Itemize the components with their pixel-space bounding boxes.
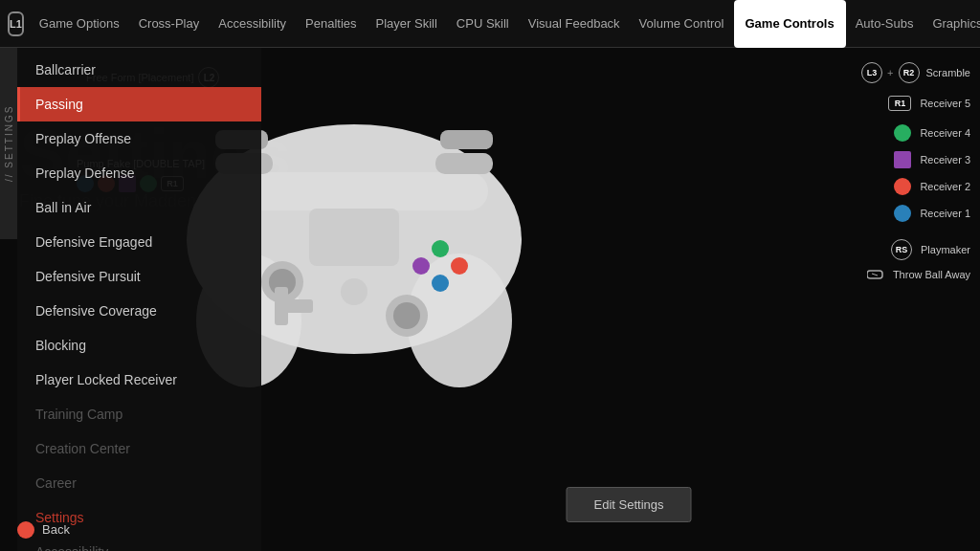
back-bar: Back [17,508,70,551]
nav-item-game-controls[interactable]: Game Controls [734,0,846,48]
l1-badge: L1 [8,11,24,36]
sidebar-item-preplay-offense[interactable]: Preplay Offense [17,121,261,156]
nav-item-crossplay[interactable]: Cross-Play [129,0,210,48]
sidebar-menu: Ballcarrier Passing Preplay Offense Prep… [17,48,261,551]
sidebar-item-defensive-pursuit[interactable]: Defensive Pursuit [17,259,261,294]
svg-rect-6 [435,153,493,174]
edit-settings-button[interactable]: Edit Settings [567,487,692,522]
sidebar-item-defensive-coverage[interactable]: Defensive Coverage [17,294,261,328]
sidebar-item-passing[interactable]: Passing [17,87,261,121]
nav-item-player-skill[interactable]: Player Skill [367,0,447,48]
back-circle-icon [17,521,34,539]
svg-point-16 [432,240,449,257]
nav-item-cpu-skill[interactable]: CPU Skill [447,0,519,48]
settings-vertical-label: // SETTINGS [0,48,17,239]
label-receiver4: Receiver 4 [894,124,970,142]
nav-bar: L1 Game Options Cross-Play Accessibility… [0,0,980,48]
label-throw-ball-away: Throw Ball Away [867,268,970,281]
sidebar-item-career[interactable]: Career [17,466,261,500]
svg-point-19 [432,275,449,292]
sidebar-item-training-camp[interactable]: Training Camp [17,397,261,431]
nav-item-accessibility[interactable]: Accessibility [209,0,296,48]
rs-badge: RS [891,239,912,260]
svg-point-13 [393,302,420,329]
nav-item-penalties[interactable]: Penalties [296,0,366,48]
nav-item-game-options[interactable]: Game Options [30,0,129,48]
svg-point-9 [341,278,368,305]
svg-rect-7 [440,130,493,149]
back-label: Back [42,522,70,537]
label-receiver5: R1 Receiver 5 [888,96,970,111]
label-receiver1: Receiver 1 [894,205,970,222]
nav-item-graphics[interactable]: Graphics [923,0,980,48]
svg-point-17 [451,257,468,275]
sidebar-item-preplay-defense[interactable]: Preplay Defense [17,156,261,190]
label-playmaker: RS Playmaker [891,239,970,260]
svg-line-21 [872,274,878,276]
svg-rect-15 [275,299,313,313]
label-receiver3: Receiver 3 [894,151,970,168]
svg-point-18 [412,257,430,275]
sidebar-item-ballcarrier[interactable]: Ballcarrier [17,53,261,87]
r2-badge: R2 [899,62,920,83]
label-receiver2: Receiver 2 [894,178,970,195]
label-scramble: L3 + R2 Scramble [861,62,970,83]
r1-recv-badge: R1 [888,96,911,111]
sidebar-item-ball-in-air[interactable]: Ball in Air [17,190,261,225]
ls-badge: L3 [861,62,882,83]
sidebar-item-blocking[interactable]: Blocking [17,328,261,363]
sidebar-item-player-locked-receiver[interactable]: Player Locked Receiver [17,363,261,397]
nav-item-visual-feedback[interactable]: Visual Feedback [519,0,630,48]
svg-rect-8 [309,209,399,266]
sidebar-item-defensive-engaged[interactable]: Defensive Engaged [17,225,261,259]
sidebar-item-creation-center[interactable]: Creation Center [17,431,261,466]
nav-item-auto-subs[interactable]: Auto-Subs [846,0,924,48]
nav-item-volume-control[interactable]: Volume Control [630,0,734,48]
